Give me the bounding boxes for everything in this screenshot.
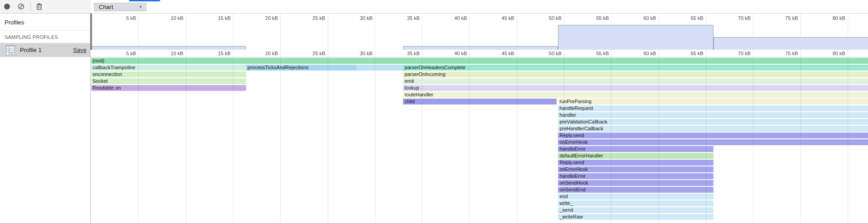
flame-frame-_writeraw[interactable]: _writeRaw [558,214,713,220]
ruler-tick-label: 15 kB [204,51,231,56]
overview-tick-label: 5 kB [109,15,136,21]
ruler-tick-label: 50 kB [534,51,562,56]
flame-frame-defaulterrorhandler[interactable]: defaultErrorHandler [558,153,713,159]
overview-gridline [186,14,186,50]
ruler-tick-label: 25 kB [298,51,325,56]
flame-frame-handler[interactable]: handler [558,112,868,118]
overview-tick-label: 15 kB [204,15,231,21]
flame-frame-parseronincoming[interactable]: parserOnIncoming [403,71,868,77]
overview-gridline [328,14,328,50]
memory-usage-band [558,25,713,50]
overview-tick-label: 75 kB [771,15,798,21]
ruler-tick-label: 45 kB [487,51,514,56]
overview-tick-label: 65 kB [676,15,703,21]
ruler-tick-label: 10 kB [156,51,184,56]
ruler-tick-label: 75 kB [771,51,798,56]
overview-left-handle[interactable] [90,14,92,50]
overview-gridline [280,14,281,50]
view-mode-select[interactable]: Chart ▼ [94,3,146,11]
overview-tick-label: 35 kB [393,15,420,21]
flame-frame-handlerequest[interactable]: handleRequest [558,105,868,111]
flame-frame-segment[interactable] [357,65,403,71]
ruler-tick-label: 5 kB [109,51,136,56]
sidebar-title: Profiles [5,19,90,26]
profile-icon: % [6,45,15,55]
ruler-tick-label: 80 kB [818,51,845,56]
flame-frame-readable.on[interactable]: Readable.on [91,85,246,91]
flame-frame-lookup[interactable]: lookup [403,85,868,91]
memory-usage-band [713,37,868,50]
flame-frame-handleerror[interactable]: handleError [558,173,713,179]
sidebar-divider [0,30,90,31]
save-profile-link[interactable]: Save [73,47,87,53]
flame-frame-emit[interactable]: emit [403,78,868,84]
profiler-toolbar [0,0,91,13]
memory-usage-band [403,46,558,50]
flame-frame-end[interactable]: end [558,194,713,199]
flame-frame-root[interactable]: (root) [91,58,868,64]
flame-frame-onerrorhook[interactable]: onErrorHook [558,139,868,145]
chevron-down-icon: ▼ [139,5,142,9]
toolbar-separator [30,3,31,11]
view-mode-value: Chart [99,4,139,10]
flame-frame-onsendend[interactable]: onSendEnd [558,187,713,193]
flame-frame-handleerror[interactable]: handleError [558,146,713,152]
overview-gridline [233,14,233,50]
flame-frame-_send[interactable]: _send [558,207,713,213]
svg-text:%: % [10,52,13,55]
ruler-tick-label: 30 kB [345,51,373,56]
flame-frame-child[interactable]: child [403,99,557,104]
overview-tick-label: 70 kB [723,15,751,21]
profile-name: Profile 1 [20,47,73,53]
flame-frame-prehandlercallback[interactable]: preHandlerCallback [558,126,868,132]
flame-chart: (root)callbackTrampolineprocessTicksAndR… [91,57,868,223]
overview-gridline [517,14,517,50]
top-bar: Chart ▼ [0,0,868,14]
flame-frame-write_[interactable]: write_ [558,200,713,206]
overview-tick-label: 25 kB [298,15,325,21]
flame-frame-onerrorhook[interactable]: onErrorHook [558,166,713,172]
flame-frame-prevalidationcallback[interactable]: preValidationCallback [558,119,868,125]
overview-tick-label: 50 kB [534,15,562,21]
overview-gridline [469,14,470,50]
ruler-tick-label: 65 kB [676,51,703,56]
ruler-tick-label: 35 kB [393,51,420,56]
overview-tick-label: 10 kB [156,15,184,21]
clear-all-icon[interactable] [18,3,24,10]
ruler-tick-label: 20 kB [251,51,278,56]
trash-icon[interactable] [36,3,43,10]
flame-frame-processticksandrejections[interactable]: processTicksAndRejections [246,65,357,71]
active-tab-indicator [129,0,160,1]
flame-frame-socket[interactable]: Socket [91,78,246,84]
memory-usage-band [91,46,246,50]
flame-frame-routehandler[interactable]: routeHandler [403,92,868,98]
record-icon[interactable] [4,4,10,9]
overview-tick-label: 30 kB [345,15,373,21]
flame-frame-onsendhook[interactable]: onSendHook [558,180,713,186]
ruler-tick-label: 70 kB [723,51,751,56]
ruler-tick-label: 60 kB [629,51,656,56]
overview-tick-label: 20 kB [251,15,278,21]
flame-frame-reply.send[interactable]: Reply.send [558,160,713,166]
memory-overview[interactable]: 5 kB10 kB15 kB20 kB25 kB30 kB35 kB40 kB4… [91,14,868,50]
overview-tick-label: 55 kB [582,15,609,21]
flame-frame-runpreparsing[interactable]: runPreParsing [558,99,868,104]
flame-frame-callbacktrampoline[interactable]: callbackTrampoline [91,65,246,71]
overview-gridline [375,14,375,50]
overview-gridline [138,14,139,50]
ruler-tick-label: 40 kB [440,51,467,56]
overview-tick-label: 80 kB [818,15,845,21]
overview-tick-label: 45 kB [487,15,514,21]
flame-frame-parseronheaderscomplete[interactable]: parserOnHeadersComplete [403,65,868,71]
ruler-tick-label: 55 kB [582,51,609,56]
sampling-profiles-section-label: SAMPLING PROFILES [5,34,90,40]
flame-frame-onconnection[interactable]: onconnection [91,71,246,77]
overview-tick-label: 40 kB [440,15,467,21]
profiles-sidebar: Profiles SAMPLING PROFILES % Profile 1 S… [0,14,91,223]
sidebar-item-profile-1[interactable]: % Profile 1 Save [0,43,90,57]
overview-gridline [422,14,422,50]
overview-tick-label: 60 kB [629,15,656,21]
flame-chart-ruler: 5 kB10 kB15 kB20 kB25 kB30 kB35 kB40 kB4… [91,50,868,57]
flame-frame-reply.send[interactable]: Reply.send [558,133,868,138]
